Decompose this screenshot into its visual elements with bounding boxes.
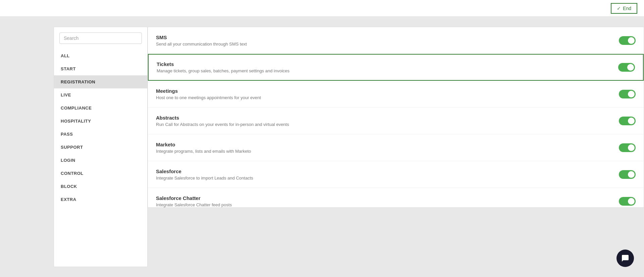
- toggle-slider-salesforce: [619, 170, 636, 179]
- feature-desc-sms: Send all your communication through SMS …: [156, 42, 612, 47]
- sidebar-item-registration[interactable]: REGISTRATION: [54, 75, 147, 88]
- feature-title-tickets: Tickets: [157, 61, 611, 67]
- chat-bubble[interactable]: [616, 250, 634, 267]
- sidebar-item-live[interactable]: LIVE: [54, 88, 147, 101]
- feature-item-salesforce-chatter[interactable]: Salesforce ChatterIntegrate Salesforce C…: [148, 188, 644, 208]
- sidebar-item-control[interactable]: CONTROL: [54, 167, 147, 180]
- nav-items-container: ALLSTARTREGISTRATIONLIVECOMPLIANCEHOSPIT…: [54, 49, 147, 206]
- feature-item-sms[interactable]: SMSSend all your communication through S…: [148, 27, 644, 54]
- feature-text-marketo: MarketoIntegrate programs, lists and ema…: [156, 142, 612, 154]
- feature-desc-salesforce: Integrate Salesforce to import Leads and…: [156, 176, 612, 181]
- feature-item-meetings[interactable]: MeetingsHost one to one meetings appoint…: [148, 81, 644, 108]
- feature-title-marketo: Marketo: [156, 142, 612, 147]
- sidebar-item-all[interactable]: ALL: [54, 49, 147, 62]
- feature-title-salesforce: Salesforce: [156, 168, 612, 174]
- toggle-slider-tickets: [618, 63, 635, 72]
- sidebar-item-compliance[interactable]: COMPLIANCE: [54, 101, 147, 115]
- feature-title-salesforce-chatter: Salesforce Chatter: [156, 195, 612, 201]
- toggle-sms[interactable]: [619, 36, 636, 45]
- right-panel[interactable]: SMSSend all your communication through S…: [148, 27, 644, 208]
- feature-item-marketo[interactable]: MarketoIntegrate programs, lists and ema…: [148, 134, 644, 161]
- sidebar-item-support[interactable]: SUPPORT: [54, 141, 147, 154]
- search-container: [54, 27, 147, 49]
- feature-item-salesforce[interactable]: SalesforceIntegrate Salesforce to import…: [148, 161, 644, 188]
- feature-title-meetings: Meetings: [156, 88, 612, 94]
- toggle-slider-meetings: [619, 90, 636, 98]
- top-bar: ✓ End: [0, 0, 644, 17]
- toggle-salesforce-chatter[interactable]: [619, 197, 636, 206]
- feature-item-abstracts[interactable]: AbstractsRun Call for Abstracts on your …: [148, 108, 644, 134]
- toggle-tickets[interactable]: [618, 63, 635, 72]
- feature-text-salesforce-chatter: Salesforce ChatterIntegrate Salesforce C…: [156, 195, 612, 207]
- sidebar-item-start[interactable]: START: [54, 62, 147, 75]
- feature-desc-abstracts: Run Call for Abstracts on your events fo…: [156, 122, 612, 127]
- sidebar-item-block[interactable]: BLOCK: [54, 180, 147, 193]
- feature-text-abstracts: AbstractsRun Call for Abstracts on your …: [156, 115, 612, 127]
- feature-text-salesforce: SalesforceIntegrate Salesforce to import…: [156, 168, 612, 181]
- feature-text-sms: SMSSend all your communication through S…: [156, 34, 612, 47]
- toggle-marketo[interactable]: [619, 143, 636, 152]
- end-label: End: [623, 6, 631, 11]
- feature-text-meetings: MeetingsHost one to one meetings appoint…: [156, 88, 612, 100]
- sidebar-item-pass[interactable]: PASS: [54, 128, 147, 141]
- left-panel-scroll[interactable]: ALLSTARTREGISTRATIONLIVECOMPLIANCEHOSPIT…: [54, 27, 147, 267]
- feature-desc-tickets: Manage tickets, group sales, batches, pa…: [157, 68, 611, 73]
- feature-item-tickets[interactable]: TicketsManage tickets, group sales, batc…: [148, 54, 644, 81]
- toggle-slider-marketo: [619, 143, 636, 152]
- toggle-salesforce[interactable]: [619, 170, 636, 179]
- sidebar-item-login[interactable]: LOGIN: [54, 154, 147, 167]
- end-button[interactable]: ✓ End: [611, 3, 637, 14]
- toggle-slider-salesforce-chatter: [619, 197, 636, 206]
- sidebar-item-extra[interactable]: EXTRA: [54, 193, 147, 206]
- feature-desc-salesforce-chatter: Integrate Salesforce Chatter feed posts: [156, 202, 612, 207]
- left-panel: ALLSTARTREGISTRATIONLIVECOMPLIANCEHOSPIT…: [54, 27, 148, 267]
- chat-icon: [621, 254, 629, 262]
- toggle-slider-abstracts: [619, 117, 636, 125]
- main-container: ALLSTARTREGISTRATIONLIVECOMPLIANCEHOSPIT…: [0, 17, 644, 277]
- sidebar-item-hospitality[interactable]: HOSPITALITY: [54, 115, 147, 128]
- check-icon: ✓: [617, 6, 621, 11]
- feature-desc-meetings: Host one to one meetings appointments fo…: [156, 95, 612, 100]
- search-input[interactable]: [59, 32, 142, 44]
- feature-desc-marketo: Integrate programs, lists and emails wit…: [156, 149, 612, 154]
- feature-text-tickets: TicketsManage tickets, group sales, batc…: [157, 61, 611, 73]
- toggle-slider-sms: [619, 36, 636, 45]
- feature-title-abstracts: Abstracts: [156, 115, 612, 121]
- features-container: SMSSend all your communication through S…: [148, 27, 644, 208]
- toggle-meetings[interactable]: [619, 90, 636, 98]
- feature-title-sms: SMS: [156, 34, 612, 40]
- toggle-abstracts[interactable]: [619, 117, 636, 125]
